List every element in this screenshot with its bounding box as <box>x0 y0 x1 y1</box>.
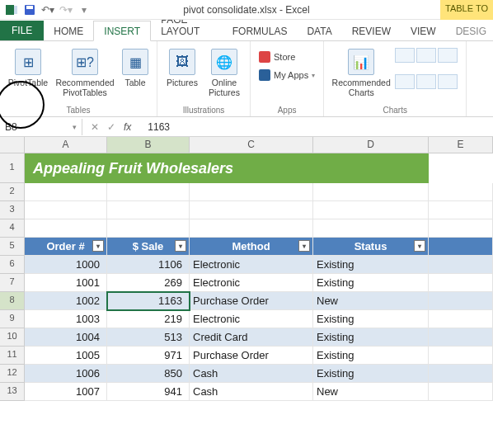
tab-review[interactable]: REVIEW <box>342 21 401 40</box>
cell-d11[interactable]: Existing <box>313 347 429 365</box>
cell-e11[interactable] <box>429 347 493 365</box>
row-header-10[interactable]: 10 <box>0 328 25 347</box>
cell-e3[interactable] <box>429 201 493 219</box>
row-header-3[interactable]: 3 <box>0 201 25 219</box>
table-button[interactable]: ▦ Table <box>119 45 152 99</box>
col-header-a[interactable]: A <box>25 137 107 153</box>
cell-d13[interactable]: New <box>313 383 429 401</box>
cell-e6[interactable] <box>429 256 493 274</box>
tab-design[interactable]: DESIG <box>446 21 493 40</box>
tab-view[interactable]: VIEW <box>401 21 446 40</box>
enter-icon[interactable]: ✓ <box>107 121 115 133</box>
cell-a13[interactable]: 1007 <box>25 383 107 401</box>
cell-b2[interactable] <box>107 183 190 201</box>
col-header-e[interactable]: E <box>429 137 493 153</box>
cell-d6[interactable]: Existing <box>313 256 429 274</box>
cell-a8[interactable]: 1002 <box>25 292 107 310</box>
cell-e10[interactable] <box>429 328 493 347</box>
cell-e12[interactable] <box>429 365 493 383</box>
cell-c13[interactable]: Cash <box>190 383 313 401</box>
cell-b8[interactable]: 1163 <box>107 292 190 310</box>
row-header-8[interactable]: 8 <box>0 292 25 310</box>
cell-a3[interactable] <box>25 201 107 219</box>
tab-data[interactable]: DATA <box>297 21 341 40</box>
chart-area-icon[interactable] <box>416 74 436 89</box>
cell-a7[interactable]: 1001 <box>25 274 107 292</box>
cell-e1[interactable] <box>429 153 493 183</box>
pivottable-button[interactable]: ⊞ PivotTable <box>5 45 51 99</box>
row-header-13[interactable]: 13 <box>0 383 25 401</box>
cell-b6[interactable]: 1106 <box>107 256 190 274</box>
pictures-button[interactable]: 🖼 Pictures <box>162 45 202 99</box>
cell-a11[interactable]: 1005 <box>25 347 107 365</box>
select-all-corner[interactable] <box>0 137 25 153</box>
recommended-charts-button[interactable]: 📊 Recommended Charts <box>329 45 393 99</box>
cell-b13[interactable]: 941 <box>107 383 190 401</box>
cell-a4[interactable] <box>25 219 107 238</box>
col-header-b[interactable]: B <box>107 137 190 153</box>
cell-c12[interactable]: Cash <box>190 365 313 383</box>
cell-c11[interactable]: Purchase Order <box>190 347 313 365</box>
row-header-4[interactable]: 4 <box>0 219 25 238</box>
cell-c7[interactable]: Electronic <box>190 274 313 292</box>
cell-c5[interactable]: Method▾ <box>190 238 313 256</box>
cell-b4[interactable] <box>107 219 190 238</box>
row-header-11[interactable]: 11 <box>0 347 25 365</box>
namebox-dropdown-icon[interactable]: ▾ <box>73 123 77 131</box>
my-apps-button[interactable]: My Apps ▾ <box>256 68 318 83</box>
cell-b10[interactable]: 513 <box>107 328 190 347</box>
cell-d8[interactable]: New <box>313 292 429 310</box>
qat-customize-icon[interactable]: ▾ <box>77 3 91 17</box>
redo-icon[interactable]: ↷▾ <box>59 3 73 17</box>
cell-d7[interactable]: Existing <box>313 274 429 292</box>
col-header-d[interactable]: D <box>313 137 429 153</box>
cell-d9[interactable]: Existing <box>313 310 429 328</box>
cell-e2[interactable] <box>429 183 493 201</box>
cell-b3[interactable] <box>107 201 190 219</box>
chart-line-icon[interactable] <box>416 48 436 63</box>
cell-a2[interactable] <box>25 183 107 201</box>
cell-a6[interactable]: 1000 <box>25 256 107 274</box>
tab-formulas[interactable]: FORMULAS <box>223 21 298 40</box>
cell-c9[interactable]: Electronic <box>190 310 313 328</box>
cell-d3[interactable] <box>313 201 429 219</box>
cell-d12[interactable]: Existing <box>313 365 429 383</box>
tab-insert[interactable]: INSERT <box>93 21 151 41</box>
row-header-5[interactable]: 5 <box>0 238 25 256</box>
row-header-6[interactable]: 6 <box>0 256 25 274</box>
formula-bar[interactable]: 1163 <box>139 121 493 133</box>
banner-title[interactable]: Appealing Fruit Wholesalers <box>25 153 429 183</box>
cell-e8[interactable] <box>429 292 493 310</box>
cell-b7[interactable]: 269 <box>107 274 190 292</box>
cell-d2[interactable] <box>313 183 429 201</box>
row-header-7[interactable]: 7 <box>0 274 25 292</box>
cell-d4[interactable] <box>313 219 429 238</box>
chart-column-icon[interactable] <box>395 48 415 63</box>
filter-method-icon[interactable]: ▾ <box>298 240 310 252</box>
cell-d10[interactable]: Existing <box>313 328 429 347</box>
online-pictures-button[interactable]: 🌐 Online Pictures <box>204 45 245 99</box>
cell-a9[interactable]: 1003 <box>25 310 107 328</box>
cell-c2[interactable] <box>190 183 313 201</box>
cell-e7[interactable] <box>429 274 493 292</box>
tab-file[interactable]: FILE <box>0 21 44 40</box>
filter-sale-icon[interactable]: ▾ <box>175 240 186 252</box>
cell-e4[interactable] <box>429 219 493 238</box>
cell-d5[interactable]: Status▾ <box>313 238 429 256</box>
cell-e9[interactable] <box>429 310 493 328</box>
cell-b12[interactable]: 850 <box>107 365 190 383</box>
cell-e5[interactable] <box>429 238 493 256</box>
col-header-c[interactable]: C <box>190 137 313 153</box>
tab-home[interactable]: HOME <box>44 21 93 40</box>
worksheet[interactable]: A B C D E 1 Appealing Fruit Wholesalers … <box>0 137 493 401</box>
cell-a12[interactable]: 1006 <box>25 365 107 383</box>
cell-b11[interactable]: 971 <box>107 347 190 365</box>
row-header-2[interactable]: 2 <box>0 183 25 201</box>
cell-a10[interactable]: 1004 <box>25 328 107 347</box>
row-header-9[interactable]: 9 <box>0 310 25 328</box>
cell-b5[interactable]: $ Sale▾ <box>107 238 190 256</box>
cancel-icon[interactable]: ✕ <box>91 121 99 133</box>
cell-c8[interactable]: Purchase Order <box>190 292 313 310</box>
cell-e13[interactable] <box>429 383 493 401</box>
row-header-1[interactable]: 1 <box>0 153 25 183</box>
